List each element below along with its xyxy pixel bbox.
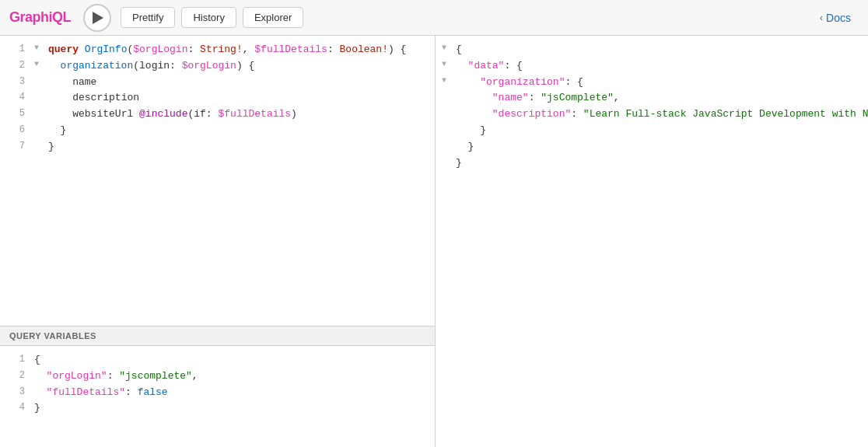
- code-line: 7}: [0, 139, 435, 155]
- history-button[interactable]: History: [181, 7, 236, 28]
- result-line: ▼ "organization": {: [436, 75, 868, 91]
- result-fold-arrow[interactable]: ▼: [442, 75, 456, 87]
- line-content: }: [34, 400, 429, 417]
- json-key-token: "name": [492, 92, 529, 103]
- json-str-token: "jscomplete": [119, 370, 192, 382]
- play-icon: [93, 12, 103, 24]
- field-token: name: [72, 76, 96, 88]
- var-kw-token: $fullDetails: [254, 44, 327, 55]
- text-token: :: [529, 92, 541, 103]
- line-content: websiteUrl @include(if: $fullDetails): [48, 107, 429, 123]
- fn-name-token: false: [138, 386, 168, 398]
- result-line: ▼ "data": {: [436, 58, 868, 75]
- line-number: 4: [6, 400, 25, 415]
- line-number: 6: [6, 123, 25, 138]
- chevron-left-icon: ‹: [820, 12, 823, 23]
- text-token: [133, 108, 139, 120]
- text-token: ) {: [388, 44, 406, 55]
- text-token: (if:: [187, 108, 218, 120]
- text-token: [34, 370, 47, 382]
- main-area: 1▼query OrgInfo($orgLogin: String!, $ful…: [0, 36, 868, 447]
- line-content: description: [48, 90, 429, 107]
- result-line-content: }: [456, 155, 862, 172]
- code-line: 5 websiteUrl @include(if: $fullDetails): [0, 107, 435, 123]
- toolbar: GraphiQL Prettify History Explorer ‹ Doc…: [0, 0, 868, 36]
- code-line: 1▼query OrgInfo($orgLogin: String!, $ful…: [0, 42, 435, 58]
- text-token: }: [456, 141, 474, 152]
- explorer-button[interactable]: Explorer: [243, 7, 303, 28]
- json-str-token: "Learn Full-stack JavaScript Development…: [583, 108, 868, 120]
- text-token: [48, 76, 72, 88]
- line-content: }: [48, 123, 429, 139]
- result-line-content: "name": "jsComplete",: [456, 90, 862, 107]
- result-fold-arrow[interactable]: ▼: [442, 42, 456, 54]
- query-variables-editor[interactable]: 1{2 "orgLogin": "jscomplete",3 "fullDeta…: [0, 346, 435, 447]
- line-number: 1: [6, 42, 25, 57]
- text-token: :: [327, 44, 340, 55]
- left-panel: 1▼query OrgInfo($orgLogin: String!, $ful…: [0, 36, 436, 447]
- code-line: 3 name: [0, 75, 435, 91]
- result-line-content: "organization": {: [456, 75, 862, 91]
- field-token: websiteUrl: [72, 108, 133, 120]
- text-token: ) {: [236, 60, 254, 72]
- result-line: }: [436, 155, 868, 172]
- result-line-content: {: [456, 42, 862, 58]
- line-content: {: [34, 352, 429, 368]
- result-line: ▼{: [436, 42, 868, 58]
- query-variables-header[interactable]: QUERY VARIABLES: [0, 327, 435, 346]
- text-token: ,: [243, 44, 255, 55]
- text-token: [48, 92, 72, 103]
- code-line: 2 "orgLogin": "jscomplete",: [0, 368, 435, 385]
- result-line: }: [436, 139, 868, 155]
- line-content: "orgLogin": "jscomplete",: [34, 368, 429, 385]
- text-token: :: [125, 386, 138, 398]
- fn-name-token: OrgInfo: [85, 44, 128, 55]
- text-token: [34, 386, 47, 398]
- result-line: "description": "Learn Full-stack JavaScr…: [436, 107, 868, 123]
- text-token: }: [456, 124, 486, 136]
- fold-arrow[interactable]: ▼: [34, 42, 45, 54]
- json-key-token: "organization": [480, 76, 565, 88]
- kw-token: query: [48, 44, 79, 55]
- line-number: 7: [6, 139, 25, 154]
- result-fold-arrow[interactable]: ▼: [442, 58, 456, 71]
- run-button[interactable]: [83, 4, 111, 32]
- text-token: (login:: [133, 60, 181, 72]
- text-token: ,: [614, 92, 620, 103]
- text-token: :: [187, 44, 200, 55]
- text-token: [456, 108, 492, 120]
- var-kw-token: $orgLogin: [182, 60, 236, 72]
- docs-label: Docs: [826, 12, 851, 24]
- docs-button[interactable]: ‹ Docs: [812, 8, 859, 28]
- param-type-token: Boolean!: [340, 44, 388, 55]
- text-token: [456, 60, 468, 72]
- query-variables-section: QUERY VARIABLES 1{2 "orgLogin": "jscompl…: [0, 326, 435, 447]
- text-token: {: [456, 44, 462, 55]
- text-token: [79, 44, 85, 55]
- result-line-content: "data": {: [456, 58, 862, 75]
- line-number: 1: [6, 352, 25, 367]
- prettify-button[interactable]: Prettify: [121, 7, 175, 28]
- line-number: 2: [6, 368, 25, 383]
- json-key-token: "fullDetails": [47, 386, 125, 398]
- result-line-content: }: [456, 123, 862, 139]
- text-token: ): [291, 108, 297, 120]
- code-line: 2▼ organization(login: $orgLogin) {: [0, 58, 435, 75]
- json-key-token: "orgLogin": [47, 370, 107, 382]
- query-editor[interactable]: 1▼query OrgInfo($orgLogin: String!, $ful…: [0, 36, 435, 326]
- text-token: :: [107, 370, 120, 382]
- line-content: organization(login: $orgLogin) {: [48, 58, 429, 75]
- result-line-content: "description": "Learn Full-stack JavaScr…: [456, 107, 868, 123]
- fold-arrow[interactable]: ▼: [34, 58, 45, 71]
- code-line: 4}: [0, 400, 435, 417]
- text-token: : {: [504, 60, 522, 72]
- json-str-token: "jsComplete": [541, 92, 614, 103]
- result-line: "name": "jsComplete",: [436, 90, 868, 107]
- field-token: description: [72, 92, 139, 103]
- text-token: }: [456, 157, 462, 169]
- text-token: {: [34, 354, 40, 365]
- line-number: 3: [6, 75, 25, 89]
- text-token: [48, 60, 61, 72]
- var-kw-token: $orgLogin: [133, 44, 187, 55]
- code-line: 6 }: [0, 123, 435, 139]
